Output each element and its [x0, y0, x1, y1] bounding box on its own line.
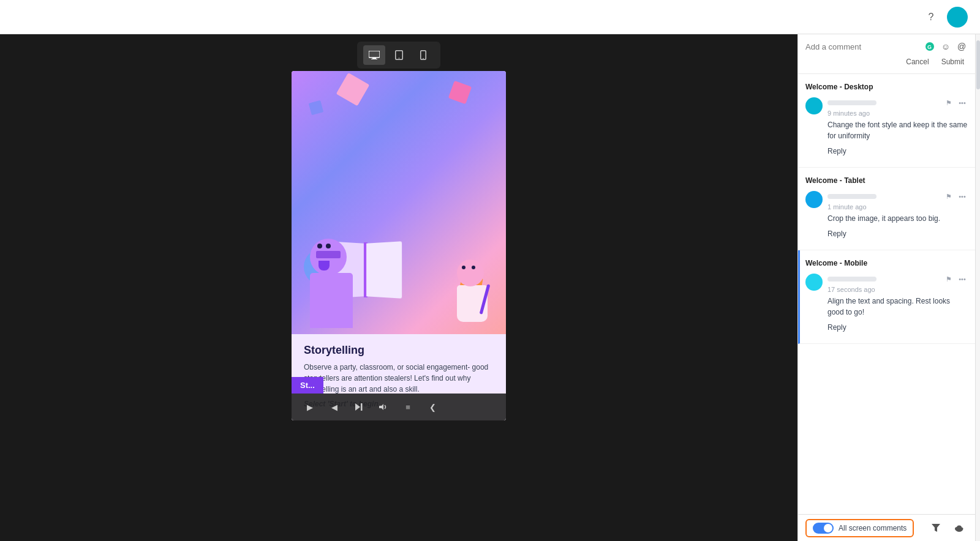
- bg-shape-2: [309, 100, 323, 115]
- comment-author-row-tablet-0: ⚑ •••: [827, 191, 968, 202]
- tablet-view-button[interactable]: [388, 45, 410, 65]
- comment-flag-icon-tablet-0[interactable]: ⚑: [943, 191, 954, 202]
- toggle-label: All screen comments: [839, 524, 907, 532]
- collapse-button[interactable]: ❮: [424, 398, 441, 416]
- user-avatar[interactable]: [947, 7, 968, 28]
- dad-figure: [310, 239, 353, 328]
- comment-avatar-mobile-0: [805, 274, 823, 291]
- bg-shape-3: [336, 73, 370, 106]
- mention-icon[interactable]: @: [956, 40, 968, 53]
- menu-button[interactable]: ≡: [399, 398, 417, 416]
- comment-input-area: G ☺ @ Cancel Submit: [798, 34, 975, 74]
- scroll-thumb[interactable]: [976, 40, 980, 89]
- section-title-mobile: Welcome - Mobile: [805, 259, 968, 267]
- comment-item-tablet-0: ⚑ ••• 1 minute ago Crop the image, it ap…: [805, 191, 968, 239]
- svg-text:G: G: [927, 44, 932, 50]
- girl-figure: [457, 259, 488, 322]
- svg-rect-8: [361, 403, 363, 411]
- scrollbar-right[interactable]: [975, 34, 980, 541]
- section-title-tablet: Welcome - Tablet: [805, 176, 968, 185]
- comment-time-tablet-0: 1 minute ago: [827, 203, 968, 211]
- svg-rect-2: [371, 59, 377, 59]
- section-title-desktop: Welcome - Desktop: [805, 83, 968, 91]
- comment-icons-tablet-0: ⚑ •••: [943, 191, 968, 202]
- toggle-knob: [824, 524, 832, 532]
- prev-button[interactable]: ◀: [326, 398, 343, 416]
- volume-button[interactable]: [375, 398, 392, 416]
- slide-image: [292, 71, 506, 334]
- comment-input-row: G ☺ @: [805, 40, 968, 53]
- comment-actions: Cancel Submit: [805, 56, 968, 67]
- device-toolbar: [357, 42, 440, 69]
- comment-text-tablet-0: Crop the image, it appears too big.: [827, 213, 968, 224]
- illustration: [292, 71, 506, 334]
- comment-avatar-tablet-0: [805, 191, 823, 208]
- mobile-view-button[interactable]: [412, 45, 434, 65]
- book-right: [366, 241, 402, 299]
- play-button[interactable]: ▶: [301, 398, 318, 416]
- comment-meta-mobile-0: ⚑ ••• 17 seconds ago Align the text and …: [827, 274, 968, 332]
- comment-time-desktop-0: 9 minutes ago: [827, 110, 968, 117]
- comment-item-desktop-0: ⚑ ••• 9 minutes ago Change the font styl…: [805, 97, 968, 156]
- comment-text-mobile-0: Align the text and spacing. Rest looks g…: [827, 296, 968, 318]
- slide-title: Storytelling: [304, 344, 494, 357]
- comment-item-mobile-0: ⚑ ••• 17 seconds ago Align the text and …: [805, 274, 968, 332]
- comment-section-desktop: Welcome - Desktop ⚑ ••• 9 minute: [798, 74, 975, 168]
- comment-input[interactable]: [805, 42, 920, 51]
- svg-marker-7: [355, 403, 360, 411]
- comment-more-icon-desktop-0[interactable]: •••: [957, 97, 968, 108]
- comment-name-desktop-0: [827, 100, 876, 105]
- bg-shape-1: [448, 81, 472, 104]
- grammarly-icon[interactable]: G: [924, 40, 936, 53]
- start-label: St...: [292, 377, 323, 394]
- comments-list: Welcome - Desktop ⚑ ••• 9 minute: [798, 74, 975, 514]
- bottom-bar: All screen comments: [798, 514, 975, 541]
- reply-link-desktop-0[interactable]: Reply: [827, 147, 846, 155]
- svg-marker-9: [379, 404, 383, 410]
- reply-link-tablet-0[interactable]: Reply: [827, 229, 846, 238]
- toggle-container: All screen comments: [805, 519, 914, 537]
- comment-icons-mobile-0: ⚑ •••: [943, 274, 968, 285]
- next-button[interactable]: [350, 398, 368, 416]
- top-bar: ?: [0, 0, 980, 34]
- canvas-area: Storytelling Observe a party, classroom,…: [0, 34, 797, 541]
- comment-author-row-mobile-0: ⚑ •••: [827, 274, 968, 285]
- comment-meta-tablet-0: ⚑ ••• 1 minute ago Crop the image, it ap…: [827, 191, 968, 239]
- comment-author-row-desktop-0: ⚑ •••: [827, 97, 968, 108]
- comment-text-desktop-0: Change the font style and keep it the sa…: [827, 119, 968, 141]
- comment-more-icon-mobile-0[interactable]: •••: [957, 274, 968, 285]
- comment-meta-desktop-0: ⚑ ••• 9 minutes ago Change the font styl…: [827, 97, 968, 156]
- svg-rect-1: [372, 58, 376, 59]
- help-icon[interactable]: ?: [922, 9, 940, 26]
- play-bar: ▶ ◀ ≡ ❮: [292, 394, 506, 420]
- comment-name-mobile-0: [827, 277, 876, 282]
- svg-rect-0: [369, 51, 380, 58]
- svg-point-16: [957, 525, 962, 529]
- main-area: Storytelling Observe a party, classroom,…: [0, 34, 980, 541]
- slide-body: Observe a party, classroom, or social en…: [304, 362, 494, 395]
- submit-button[interactable]: Submit: [938, 56, 968, 67]
- svg-point-6: [423, 58, 424, 59]
- comment-flag-icon-mobile-0[interactable]: ⚑: [943, 274, 954, 285]
- comment-section-mobile: Welcome - Mobile ⚑ ••• 17 second: [798, 250, 975, 344]
- comment-name-tablet-0: [827, 194, 876, 199]
- filter-button[interactable]: [927, 520, 944, 537]
- comments-panel: G ☺ @ Cancel Submit Welcome - Desktop: [797, 34, 975, 541]
- cloud-button[interactable]: [951, 520, 968, 537]
- svg-point-4: [398, 58, 399, 59]
- slide-frame: Storytelling Observe a party, classroom,…: [292, 71, 506, 420]
- toggle-switch[interactable]: [813, 523, 834, 534]
- emoji-icon[interactable]: ☺: [940, 40, 952, 53]
- comment-avatar-desktop-0: [805, 97, 823, 114]
- cancel-button[interactable]: Cancel: [902, 56, 932, 67]
- app-container: ?: [0, 0, 980, 541]
- svg-marker-12: [932, 524, 940, 532]
- comment-section-tablet: Welcome - Tablet ⚑ ••• 1 minute: [798, 168, 975, 250]
- comment-icons-desktop-0: ⚑ •••: [943, 97, 968, 108]
- comment-more-icon-tablet-0[interactable]: •••: [957, 191, 968, 202]
- comment-flag-icon-desktop-0[interactable]: ⚑: [943, 97, 954, 108]
- desktop-view-button[interactable]: [363, 45, 385, 65]
- reply-link-mobile-0[interactable]: Reply: [827, 323, 846, 332]
- comment-time-mobile-0: 17 seconds ago: [827, 286, 968, 293]
